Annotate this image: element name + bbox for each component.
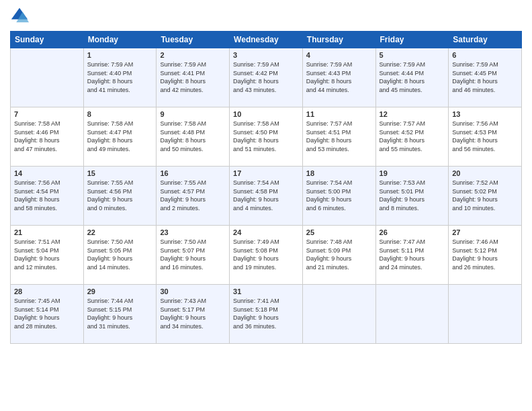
calendar-cell: 20Sunrise: 7:52 AMSunset: 5:02 PMDayligh…: [449, 167, 522, 226]
day-header-wednesday: Wednesday: [230, 32, 303, 48]
day-info: Sunrise: 7:59 AMSunset: 4:44 PMDaylight:…: [380, 60, 445, 94]
day-number: 20: [452, 169, 518, 177]
calendar-cell: [449, 285, 522, 344]
day-info: Sunrise: 7:55 AMSunset: 4:57 PMDaylight:…: [160, 179, 226, 212]
calendar-cell: 8Sunrise: 7:58 AMSunset: 4:47 PMDaylight…: [83, 107, 157, 167]
calendar-cell: 1Sunrise: 7:59 AMSunset: 4:40 PMDaylight…: [83, 48, 157, 107]
day-number: 12: [380, 110, 445, 118]
day-info: Sunrise: 7:55 AMSunset: 4:56 PMDaylight:…: [87, 179, 153, 212]
day-number: 10: [233, 110, 299, 118]
calendar-cell: 3Sunrise: 7:59 AMSunset: 4:42 PMDaylight…: [230, 48, 303, 107]
day-header-tuesday: Tuesday: [157, 32, 230, 48]
day-info: Sunrise: 7:59 AMSunset: 4:40 PMDaylight:…: [87, 60, 153, 94]
calendar-cell: 23Sunrise: 7:50 AMSunset: 5:07 PMDayligh…: [157, 226, 230, 285]
calendar-cell: 22Sunrise: 7:50 AMSunset: 5:05 PMDayligh…: [83, 226, 157, 285]
week-row-4: 21Sunrise: 7:51 AMSunset: 5:04 PMDayligh…: [11, 226, 522, 285]
day-number: 22: [87, 228, 153, 236]
day-number: 4: [306, 51, 372, 59]
calendar-table: SundayMondayTuesdayWednesdayThursdayFrid…: [10, 31, 522, 344]
calendar-cell: 19Sunrise: 7:53 AMSunset: 5:01 PMDayligh…: [375, 167, 449, 226]
day-number: 2: [160, 51, 226, 59]
day-info: Sunrise: 7:47 AMSunset: 5:11 PMDaylight:…: [380, 238, 445, 271]
page-header: [10, 7, 522, 26]
day-info: Sunrise: 7:56 AMSunset: 4:54 PMDaylight:…: [14, 179, 80, 212]
day-number: 23: [160, 228, 226, 236]
day-number: 9: [160, 110, 226, 118]
calendar-cell: 16Sunrise: 7:55 AMSunset: 4:57 PMDayligh…: [157, 167, 230, 226]
day-info: Sunrise: 7:57 AMSunset: 4:52 PMDaylight:…: [380, 120, 445, 153]
week-row-1: 1Sunrise: 7:59 AMSunset: 4:40 PMDaylight…: [11, 48, 522, 107]
logo-icon: [10, 7, 29, 26]
calendar-cell: 17Sunrise: 7:54 AMSunset: 4:58 PMDayligh…: [230, 167, 303, 226]
calendar-cell: 15Sunrise: 7:55 AMSunset: 4:56 PMDayligh…: [83, 167, 157, 226]
day-number: 31: [233, 287, 299, 295]
day-info: Sunrise: 7:58 AMSunset: 4:50 PMDaylight:…: [233, 120, 299, 153]
calendar-cell: 25Sunrise: 7:48 AMSunset: 5:09 PMDayligh…: [302, 226, 375, 285]
week-row-2: 7Sunrise: 7:58 AMSunset: 4:46 PMDaylight…: [11, 107, 522, 167]
calendar-cell: 30Sunrise: 7:43 AMSunset: 5:17 PMDayligh…: [157, 285, 230, 344]
calendar-cell: 21Sunrise: 7:51 AMSunset: 5:04 PMDayligh…: [11, 226, 84, 285]
day-info: Sunrise: 7:45 AMSunset: 5:14 PMDaylight:…: [14, 297, 80, 330]
day-number: 13: [452, 110, 518, 118]
day-info: Sunrise: 7:56 AMSunset: 4:53 PMDaylight:…: [452, 120, 518, 153]
calendar-cell: 4Sunrise: 7:59 AMSunset: 4:43 PMDaylight…: [302, 48, 375, 107]
day-number: 24: [233, 228, 299, 236]
day-number: 17: [233, 169, 299, 177]
day-info: Sunrise: 7:59 AMSunset: 4:41 PMDaylight:…: [160, 60, 226, 94]
calendar-cell: [11, 48, 84, 107]
day-info: Sunrise: 7:54 AMSunset: 5:00 PMDaylight:…: [306, 179, 372, 212]
day-number: 19: [380, 169, 445, 177]
day-info: Sunrise: 7:41 AMSunset: 5:18 PMDaylight:…: [233, 297, 299, 330]
calendar-cell: 5Sunrise: 7:59 AMSunset: 4:44 PMDaylight…: [375, 48, 449, 107]
day-header-monday: Monday: [83, 32, 157, 48]
calendar-cell: [302, 285, 375, 344]
calendar-cell: 7Sunrise: 7:58 AMSunset: 4:46 PMDaylight…: [11, 107, 84, 167]
day-number: 25: [306, 228, 372, 236]
week-row-5: 28Sunrise: 7:45 AMSunset: 5:14 PMDayligh…: [11, 285, 522, 344]
calendar-header: SundayMondayTuesdayWednesdayThursdayFrid…: [11, 32, 522, 48]
day-number: 21: [14, 228, 80, 236]
day-info: Sunrise: 7:58 AMSunset: 4:48 PMDaylight:…: [160, 120, 226, 153]
logo: [10, 7, 32, 26]
day-info: Sunrise: 7:50 AMSunset: 5:07 PMDaylight:…: [160, 238, 226, 271]
day-number: 29: [87, 287, 153, 295]
calendar-cell: 2Sunrise: 7:59 AMSunset: 4:41 PMDaylight…: [157, 48, 230, 107]
day-number: 26: [380, 228, 445, 236]
day-header-sunday: Sunday: [11, 32, 84, 48]
day-number: 1: [87, 51, 153, 59]
calendar-cell: 6Sunrise: 7:59 AMSunset: 4:45 PMDaylight…: [449, 48, 522, 107]
day-number: 5: [380, 51, 445, 59]
week-row-3: 14Sunrise: 7:56 AMSunset: 4:54 PMDayligh…: [11, 167, 522, 226]
calendar-cell: 29Sunrise: 7:44 AMSunset: 5:15 PMDayligh…: [83, 285, 157, 344]
day-number: 14: [14, 169, 80, 177]
day-info: Sunrise: 7:58 AMSunset: 4:46 PMDaylight:…: [14, 120, 80, 153]
day-number: 18: [306, 169, 372, 177]
day-info: Sunrise: 7:46 AMSunset: 5:12 PMDaylight:…: [452, 238, 518, 271]
day-info: Sunrise: 7:59 AMSunset: 4:42 PMDaylight:…: [233, 60, 299, 94]
calendar-cell: 13Sunrise: 7:56 AMSunset: 4:53 PMDayligh…: [449, 107, 522, 167]
day-info: Sunrise: 7:50 AMSunset: 5:05 PMDaylight:…: [87, 238, 153, 271]
day-number: 27: [452, 228, 518, 236]
day-info: Sunrise: 7:57 AMSunset: 4:51 PMDaylight:…: [306, 120, 372, 153]
calendar-cell: 28Sunrise: 7:45 AMSunset: 5:14 PMDayligh…: [11, 285, 84, 344]
day-number: 16: [160, 169, 226, 177]
day-info: Sunrise: 7:59 AMSunset: 4:43 PMDaylight:…: [306, 60, 372, 94]
day-info: Sunrise: 7:43 AMSunset: 5:17 PMDaylight:…: [160, 297, 226, 330]
calendar-cell: 11Sunrise: 7:57 AMSunset: 4:51 PMDayligh…: [302, 107, 375, 167]
day-info: Sunrise: 7:52 AMSunset: 5:02 PMDaylight:…: [452, 179, 518, 212]
day-header-friday: Friday: [375, 32, 449, 48]
calendar-cell: 10Sunrise: 7:58 AMSunset: 4:50 PMDayligh…: [230, 107, 303, 167]
day-header-thursday: Thursday: [302, 32, 375, 48]
calendar-cell: 12Sunrise: 7:57 AMSunset: 4:52 PMDayligh…: [375, 107, 449, 167]
day-info: Sunrise: 7:44 AMSunset: 5:15 PMDaylight:…: [87, 297, 153, 330]
day-header-saturday: Saturday: [449, 32, 522, 48]
day-info: Sunrise: 7:58 AMSunset: 4:47 PMDaylight:…: [87, 120, 153, 153]
day-info: Sunrise: 7:53 AMSunset: 5:01 PMDaylight:…: [380, 179, 445, 212]
day-info: Sunrise: 7:59 AMSunset: 4:45 PMDaylight:…: [452, 60, 518, 94]
day-info: Sunrise: 7:49 AMSunset: 5:08 PMDaylight:…: [233, 238, 299, 271]
day-info: Sunrise: 7:48 AMSunset: 5:09 PMDaylight:…: [306, 238, 372, 271]
day-info: Sunrise: 7:51 AMSunset: 5:04 PMDaylight:…: [14, 238, 80, 271]
day-number: 7: [14, 110, 80, 118]
calendar-cell: [375, 285, 449, 344]
calendar-cell: 31Sunrise: 7:41 AMSunset: 5:18 PMDayligh…: [230, 285, 303, 344]
